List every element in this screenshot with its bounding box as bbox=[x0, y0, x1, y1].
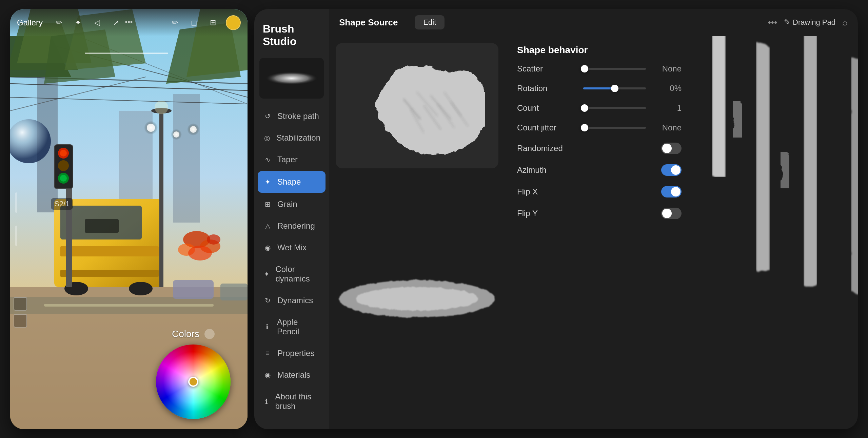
count-jitter-slider[interactable] bbox=[583, 127, 646, 129]
sidebar-item-properties[interactable]: ≡ Properties bbox=[254, 342, 329, 364]
scatter-thumb[interactable] bbox=[581, 65, 588, 72]
sidebar-brush-preview bbox=[254, 58, 329, 105]
arrow-tool-icon[interactable]: ↗ bbox=[110, 17, 122, 29]
azimuth-row: Azimuth bbox=[517, 164, 682, 176]
sidebar-item-wet-mix[interactable]: ◉ Wet Mix bbox=[254, 237, 329, 258]
sidebar-item-taper[interactable]: ∿ Taper bbox=[254, 149, 329, 170]
layers-icon[interactable]: ⊞ bbox=[207, 17, 219, 29]
svg-rect-22 bbox=[60, 270, 159, 277]
sidebar: Brush Studio ↺ Stroke pat bbox=[254, 9, 329, 429]
studio-header: Shape Source Edit ••• ✎ Drawing Pad ⌕ bbox=[329, 9, 858, 36]
count-value: 1 bbox=[654, 103, 682, 113]
profile-avatar[interactable] bbox=[226, 15, 241, 30]
rotation-row: Rotation 0% bbox=[517, 84, 682, 93]
drawing-pad-link[interactable]: ✎ Drawing Pad bbox=[784, 18, 835, 27]
scatter-value: None bbox=[654, 64, 682, 74]
svg-point-30 bbox=[58, 160, 69, 171]
smudge-tool-icon[interactable]: ✦ bbox=[72, 17, 84, 29]
svg-rect-25 bbox=[85, 219, 119, 233]
sidebar-item-about-brush[interactable]: ℹ About this brush bbox=[254, 386, 329, 417]
svg-point-62 bbox=[356, 287, 478, 311]
pencil-icon[interactable]: ✏ bbox=[169, 17, 181, 29]
sidebar-item-rendering[interactable]: △ Rendering bbox=[254, 215, 329, 237]
color-wheel[interactable] bbox=[156, 345, 231, 419]
rendering-icon: △ bbox=[263, 221, 272, 231]
count-jitter-row: Count jitter None bbox=[517, 123, 682, 132]
sidebar-item-apple-pencil[interactable]: ℹ Apple Pencil bbox=[254, 311, 329, 342]
sidebar-item-color-dynamics[interactable]: ✦ Color dynamics bbox=[254, 258, 329, 290]
svg-point-43 bbox=[147, 124, 155, 132]
color-dynamics-icon: ✦ bbox=[263, 269, 270, 279]
color-picker-container: Colors bbox=[156, 329, 231, 419]
rotation-thumb[interactable] bbox=[611, 85, 618, 92]
svg-rect-33 bbox=[159, 111, 163, 287]
shape-preview-svg bbox=[349, 51, 485, 160]
sidebar-item-dynamics[interactable]: ↻ Dynamics bbox=[254, 290, 329, 311]
large-brush-strokes-area bbox=[693, 36, 858, 429]
count-jitter-label: Count jitter bbox=[517, 123, 580, 132]
scatter-slider[interactable] bbox=[583, 68, 646, 70]
dynamics-icon: ↻ bbox=[263, 296, 272, 305]
search-icon[interactable]: ⌕ bbox=[842, 17, 848, 28]
more-menu-icon[interactable]: ••• bbox=[768, 17, 777, 28]
rotation-label: Rotation bbox=[517, 84, 580, 93]
shape-box-2[interactable] bbox=[14, 314, 27, 328]
brush-tool-icon[interactable]: ✏ bbox=[53, 17, 65, 29]
sidebar-title: Brush Studio bbox=[254, 16, 329, 58]
count-slider[interactable] bbox=[583, 107, 646, 109]
stroke-path-icon: ↺ bbox=[263, 111, 272, 121]
sidebar-stroke-svg bbox=[263, 70, 320, 87]
brush-stroke-thumbnail bbox=[259, 58, 324, 99]
left-ipad-panel: Gallery ✏ ✦ ◁ ↗ ✏ ◻ ⊞ ••• S2/1 bbox=[10, 9, 248, 429]
opacity-bar[interactable] bbox=[15, 226, 17, 246]
shape-icon: ✦ bbox=[263, 177, 272, 187]
colors-expand-icon[interactable] bbox=[204, 329, 215, 339]
main-content: Shape Source Edit ••• ✎ Drawing Pad ⌕ bbox=[329, 9, 858, 429]
sidebar-item-stroke-path[interactable]: ↺ Stroke path bbox=[254, 105, 329, 127]
flip-x-toggle[interactable] bbox=[661, 186, 682, 197]
wet-mix-icon: ◉ bbox=[263, 243, 272, 252]
shape-box-1[interactable] bbox=[14, 297, 27, 311]
large-brush-strokes-svg bbox=[693, 36, 858, 429]
svg-point-35 bbox=[155, 101, 168, 114]
flip-y-toggle[interactable] bbox=[661, 208, 682, 219]
azimuth-toggle[interactable] bbox=[661, 164, 682, 176]
eraser-icon[interactable]: ◻ bbox=[188, 17, 200, 29]
sidebar-item-grain[interactable]: ⊞ Grain bbox=[254, 193, 329, 215]
rotation-slider[interactable] bbox=[583, 87, 646, 89]
shape-behavior-title: Shape behavior bbox=[517, 45, 682, 56]
tab-shape-source[interactable]: Shape Source bbox=[339, 17, 398, 28]
edit-button[interactable]: Edit bbox=[415, 15, 445, 29]
stabilization-icon: ◎ bbox=[263, 133, 272, 143]
rotation-value: 0% bbox=[654, 84, 682, 93]
svg-point-29 bbox=[60, 150, 67, 157]
randomized-toggle[interactable] bbox=[661, 143, 682, 154]
sidebar-item-stabilization[interactable]: ◎ Stabilization bbox=[254, 127, 329, 149]
svg-rect-51 bbox=[220, 284, 248, 300]
gallery-button[interactable]: Gallery bbox=[17, 18, 43, 27]
brush-size-bar[interactable] bbox=[15, 192, 17, 213]
randomized-row: Randomized bbox=[517, 143, 682, 154]
randomized-label: Randomized bbox=[517, 144, 661, 153]
svg-point-32 bbox=[60, 175, 67, 182]
apple-pencil-icon: ℹ bbox=[263, 322, 272, 332]
colors-label: Colors bbox=[172, 329, 215, 339]
count-jitter-thumb[interactable] bbox=[581, 124, 588, 131]
count-row: Count 1 bbox=[517, 103, 682, 113]
taper-icon: ∿ bbox=[263, 155, 272, 164]
sidebar-item-materials[interactable]: ◉ Materials bbox=[254, 364, 329, 386]
more-options-icon[interactable]: ••• bbox=[125, 18, 133, 26]
brush-size-label: S2/1 bbox=[51, 198, 73, 210]
erase-tool-icon[interactable]: ◁ bbox=[91, 17, 103, 29]
svg-point-52 bbox=[264, 71, 319, 85]
sidebar-item-shape[interactable]: ✦ Shape bbox=[258, 171, 326, 193]
toolbar-right: ✏ ◻ ⊞ bbox=[169, 15, 241, 30]
properties-icon: ≡ bbox=[263, 349, 272, 358]
svg-point-41 bbox=[207, 234, 220, 245]
svg-rect-3 bbox=[173, 94, 200, 223]
scatter-row: Scatter None bbox=[517, 64, 682, 74]
brush-stroke-long-svg bbox=[336, 265, 498, 333]
header-right: ••• ✎ Drawing Pad ⌕ bbox=[768, 17, 848, 28]
svg-rect-21 bbox=[60, 246, 159, 256]
count-thumb[interactable] bbox=[581, 104, 588, 112]
